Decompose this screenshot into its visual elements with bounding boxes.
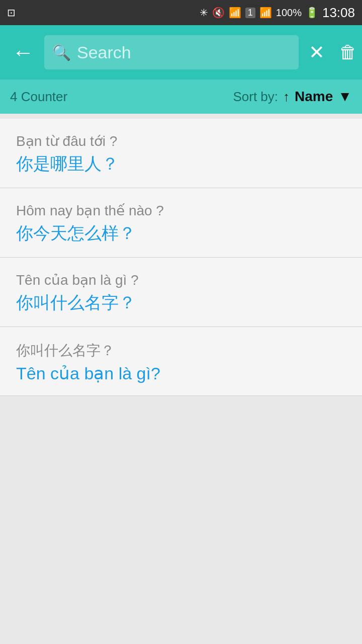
delete-button[interactable]: 🗑: [335, 38, 361, 67]
status-right: ✳ 🔇 📶 1 📶 100% 🔋 13:08: [200, 5, 355, 21]
list-item[interactable]: Bạn từ đâu tới ? 你是哪里人？: [0, 119, 362, 188]
clear-search-button[interactable]: ✕: [305, 37, 329, 67]
item-primary-text: Hôm nay bạn thế nào ?: [16, 202, 346, 219]
back-icon: ←: [12, 40, 34, 65]
status-bar: ⊡ ✳ 🔇 📶 1 📶 100% 🔋 13:08: [0, 0, 362, 25]
item-secondary-text: 你是哪里人？: [16, 152, 346, 176]
screen-icon: ⊡: [7, 7, 16, 19]
search-input[interactable]: [77, 43, 291, 62]
list-item[interactable]: Tên của bạn là gì ? 你叫什么名字？: [0, 258, 362, 327]
item-secondary-text: 你今天怎么样？: [16, 222, 346, 245]
sort-section[interactable]: Sort by: ↑ Name ▼: [233, 89, 352, 105]
list-item[interactable]: Hôm nay bạn thế nào ? 你今天怎么样？: [0, 188, 362, 258]
back-button[interactable]: ←: [8, 36, 38, 69]
toolbar: ← 🔍 ✕ 🗑: [0, 25, 362, 79]
counter-bar: 4 Counter Sort by: ↑ Name ▼: [0, 79, 362, 114]
close-icon: ✕: [309, 42, 325, 63]
battery-text: 100%: [276, 7, 302, 19]
list-item[interactable]: 你叫什么名字？ Tên của bạn là gì?: [0, 327, 362, 396]
time-display: 13:08: [322, 5, 355, 21]
search-icon: 🔍: [52, 44, 71, 61]
sort-dropdown-icon[interactable]: ▼: [338, 89, 352, 105]
battery-icon: 🔋: [306, 7, 318, 19]
sort-label: Sort by:: [233, 89, 278, 105]
mute-icon: 🔇: [212, 7, 225, 19]
item-primary-text: Bạn từ đâu tới ?: [16, 133, 346, 149]
wifi-icon: 📶: [229, 7, 241, 19]
sort-name: Name: [295, 89, 333, 105]
item-secondary-text: 你叫什么名字？: [16, 291, 346, 314]
item-primary-text: 你叫什么名字？: [16, 341, 346, 360]
counter-text: 4 Counter: [10, 89, 233, 105]
item-primary-text: Tên của bạn là gì ?: [16, 272, 346, 288]
bluetooth-icon: ✳: [200, 7, 208, 19]
sort-direction-icon: ↑: [283, 89, 290, 105]
signal-bars-icon: 📶: [259, 7, 272, 19]
status-left: ⊡: [7, 7, 16, 19]
phrase-list: Bạn từ đâu tới ? 你是哪里人？ Hôm nay bạn thế …: [0, 119, 362, 396]
trash-icon: 🗑: [339, 42, 357, 62]
sim-badge: 1: [245, 8, 255, 18]
item-secondary-text: Tên của bạn là gì?: [16, 363, 346, 383]
search-container: 🔍: [44, 35, 299, 69]
